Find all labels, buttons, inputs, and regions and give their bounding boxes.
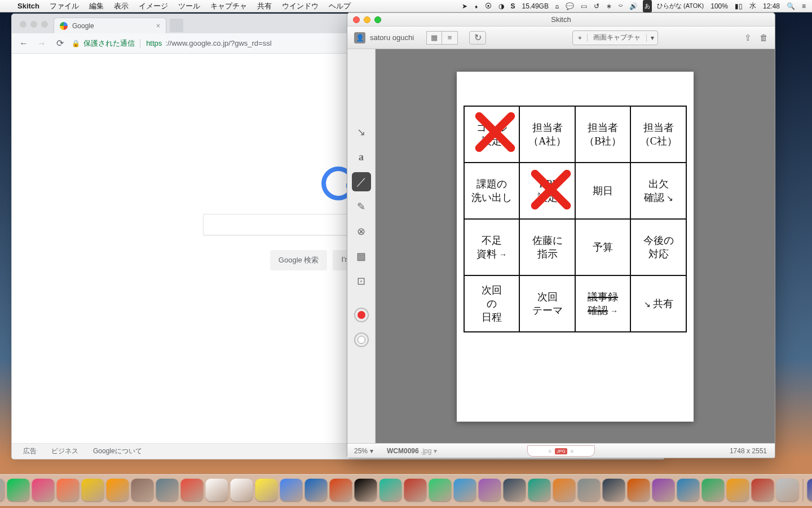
app-menu[interactable]: Skitch [12,2,45,10]
chat-icon[interactable]: 💬 [564,0,576,12]
grid-view-icon[interactable]: ▦ [426,31,442,45]
sync-button[interactable]: ↻ [469,31,486,45]
chrome-min-dot[interactable] [30,21,37,28]
filename-field[interactable]: WCM0096 .jpg ▾ [380,447,437,455]
tool-crop[interactable]: ⊡ [352,271,371,291]
wifi-icon[interactable]: ⌔ [617,0,624,12]
menu-share[interactable]: 共有 [252,1,277,11]
footer-ads[interactable]: 広告 [23,446,37,456]
dock-app-27[interactable] [479,479,501,501]
menu-help[interactable]: ヘルプ [324,1,356,11]
toggle-icon[interactable]: ◑ [497,0,506,12]
bluetooth-icon[interactable]: ∗ [604,0,614,12]
notification-center-icon[interactable]: ≡ [800,0,807,12]
dock-app-32[interactable] [603,479,625,501]
clock-day[interactable]: 水 [748,0,758,12]
dock-app-26[interactable] [454,479,476,501]
dock-app-16[interactable] [206,479,228,501]
skitch-titlebar[interactable]: Skitch [347,13,775,27]
stroke-width-picker[interactable] [354,332,369,347]
reload-button[interactable]: ⟳ [54,37,66,50]
dock-app-35[interactable] [677,479,700,501]
dock-app-39[interactable] [776,479,799,501]
tab-close-icon[interactable]: × [156,22,160,30]
dock-app-23[interactable] [379,479,402,501]
dock-app-13[interactable] [131,479,154,501]
footer-about[interactable]: Googleについて [93,446,142,456]
list-view-icon[interactable]: ≡ [442,31,458,45]
capture-dropdown[interactable]: ⌖ 画面キャプチャ ▾ [572,30,658,45]
menu-edit[interactable]: 編集 [84,1,109,11]
menu-image[interactable]: イメージ [134,1,173,11]
adobe-icon[interactable]: ⩍ [554,0,561,12]
dock-app-21[interactable] [330,479,352,501]
screen-icon[interactable]: ▭ [579,0,589,12]
menu-file[interactable]: ファイル [45,1,84,11]
tool-stamp[interactable]: ⊗ [352,222,371,241]
chrome-close-dot[interactable] [20,21,27,28]
drag-handle[interactable]: ≡ JPG ≡ [527,445,595,457]
dock-app-30[interactable] [553,479,576,501]
dock-app-29[interactable] [528,479,551,501]
dock-app-22[interactable] [355,479,377,501]
status-icon[interactable]: ➤ [460,0,469,12]
menu-window[interactable]: ウインドウ [277,1,324,11]
battery-icon[interactable]: ▮▯ [733,0,744,12]
color-red-picker[interactable] [354,308,369,322]
back-button[interactable]: ← [17,37,30,50]
spotlight-icon[interactable]: 🔍 [785,0,797,12]
s-icon[interactable]: S [509,0,517,12]
dock-app-12[interactable] [107,479,129,501]
chrome-max-dot[interactable] [41,21,48,28]
menu-capture[interactable]: キャプチャ [205,1,252,11]
dock-app-19[interactable] [280,479,303,501]
dock-app-37[interactable] [727,479,749,501]
dock-app-36[interactable] [702,479,725,501]
dock-app-14[interactable] [156,479,179,501]
dock-app-25[interactable] [429,479,452,501]
dock-app-33[interactable] [628,479,650,501]
clock-time[interactable]: 12:48 [761,0,782,12]
macos-dock[interactable] [0,474,812,506]
timemachine-icon[interactable]: ↺ [592,0,601,12]
zoom-level[interactable]: 25% ▾ [347,447,380,455]
menu-view[interactable]: 表示 [109,1,134,11]
tool-marker[interactable]: ✎ [352,197,371,216]
dropbox-icon[interactable]: ⬧ [473,0,480,12]
dock-app-31[interactable] [578,479,601,501]
footer-business[interactable]: ビジネス [51,446,78,456]
menu-tool[interactable]: ツール [173,1,205,11]
volume-icon[interactable]: 🔊 [628,0,639,12]
forward-button[interactable]: → [36,37,48,50]
chrome-tab[interactable]: Google × [54,17,166,33]
dock-app-15[interactable] [181,479,204,501]
ime-indicator[interactable]: あ [643,0,652,12]
dock-app-9[interactable] [32,479,55,501]
view-mode-segment[interactable]: ▦ ≡ [426,31,458,45]
battery-percent[interactable]: 100% [709,0,730,12]
dock-app-38[interactable] [752,479,774,501]
chrome-traffic-lights[interactable] [16,21,54,33]
skitch-canvas[interactable]: ゴール 設定 担当者 （A社） 担当者 （B社） 担当者 （C社） 課題の 洗い… [376,49,775,443]
dock-app-20[interactable] [305,479,328,501]
tool-text[interactable]: a [352,147,371,167]
dock-app-17[interactable] [231,479,253,501]
google-search-button[interactable]: Google 検索 [270,250,328,270]
dock-app-7[interactable] [0,479,5,501]
trash-icon[interactable]: 🗑 [760,33,768,43]
dock-app-28[interactable] [504,479,526,501]
dock-app-10[interactable] [57,479,80,501]
camera-icon[interactable]: ⦿ [483,0,493,12]
dock-app-34[interactable] [652,479,675,501]
new-tab-button[interactable] [170,19,183,32]
dock-app-18[interactable] [255,479,278,501]
ime-label[interactable]: ひらがな (ATOK) [655,0,705,12]
address-bar[interactable]: 🔒 保護された通信 │ https://www.google.co.jp/?gw… [72,36,272,51]
tool-arrow[interactable]: ↘ [352,122,371,142]
skitch-account[interactable]: 👤 satoru oguchi [354,32,414,43]
tool-line[interactable]: ／ [352,172,371,191]
dock-app-24[interactable] [404,479,427,501]
dock-app-8[interactable] [7,479,30,501]
share-icon[interactable]: ⇪ [744,33,752,43]
disk-free[interactable]: 15.49GB [520,0,550,12]
